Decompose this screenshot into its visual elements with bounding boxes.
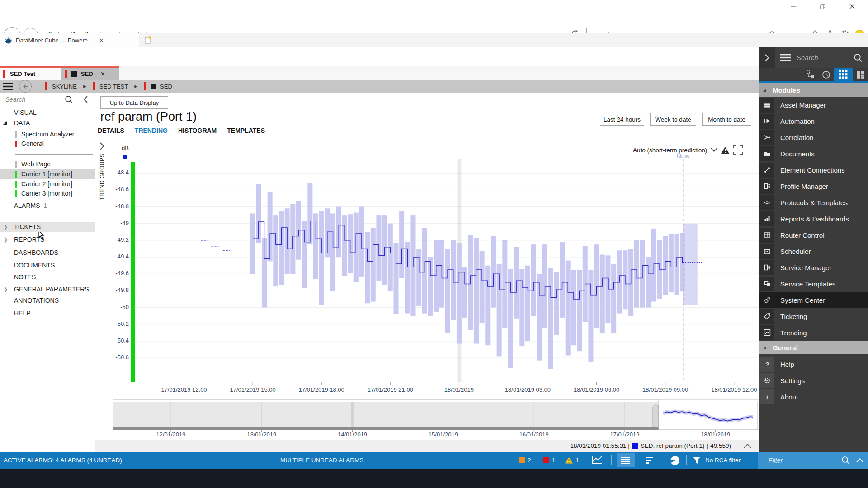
module-item-service-templates[interactable]: Service Templates [760, 276, 868, 292]
sidebar-item-carrier-1-monitor-[interactable]: Carrier 1 [monitor] [0, 169, 95, 179]
close-button[interactable] [842, 0, 863, 13]
chevron-right-icon[interactable]: ❯ [4, 286, 8, 292]
tree-expanded-icon[interactable] [3, 121, 7, 125]
restore-button[interactable] [812, 0, 833, 13]
breadcrumb-chevron-icon[interactable]: ▶ [134, 84, 137, 89]
section-collapse-icon[interactable] [763, 89, 766, 92]
app-tab-sed-test[interactable]: SED Test [0, 68, 61, 80]
alarm-pie-view-button[interactable] [665, 453, 684, 467]
module-item-element-connections[interactable]: Element Connections [760, 162, 868, 178]
breadcrumb-item-skyline[interactable]: SKYLINE [52, 83, 77, 90]
active-alarms-summary[interactable]: ACTIVE ALARMS: 4 ALARMS (4 UNREAD) [4, 452, 122, 469]
modules-search-input[interactable]: Search [797, 54, 854, 61]
sidebar-item-annotations[interactable]: ANNOTATIONS [0, 296, 95, 305]
sidebar-item-notes[interactable]: NOTES [0, 272, 95, 282]
chevron-right-icon[interactable]: ❯ [4, 237, 8, 243]
sidebar-item-carrier-3-monitor-[interactable]: Carrier 3 [monitor] [0, 188, 95, 198]
sidebar-item-visual[interactable]: VISUAL [0, 108, 95, 117]
module-item-settings[interactable]: Settings [760, 372, 868, 389]
chevron-right-icon[interactable]: ❯ [4, 224, 8, 230]
sidebar-item-data[interactable]: DATA [0, 118, 95, 128]
sidebar-item-dashboards[interactable]: DASHBOARDS [0, 248, 95, 258]
range-button-month-to-date[interactable]: Month to date [702, 113, 751, 126]
module-item-help[interactable]: ?Help [760, 356, 868, 372]
alarm-count[interactable]: 1 [543, 452, 556, 469]
module-item-trending[interactable]: Trending [760, 324, 868, 341]
tab-histogram[interactable]: HISTOGRAM [178, 127, 217, 134]
timeline-handle[interactable] [653, 405, 659, 427]
sidebar-collapse-button[interactable] [78, 93, 93, 106]
browser-tab[interactable]: DataMiner Cube --- Powere... ✕ [0, 33, 139, 48]
series-legend-square[interactable] [123, 155, 127, 159]
sidebar-item-reports[interactable]: ❯REPORTS [0, 235, 95, 244]
tab-templates[interactable]: TEMPLATES [227, 127, 265, 134]
module-item-ticketing[interactable]: Ticketing [760, 308, 868, 324]
sidebar-item-general[interactable]: General [0, 139, 95, 149]
rca-filter-icon[interactable] [693, 456, 701, 464]
breadcrumb-back-button[interactable] [19, 80, 32, 93]
tab-close-icon[interactable]: ✕ [99, 37, 104, 44]
sidebar-item-documents[interactable]: DOCUMENTS [0, 260, 95, 270]
section-header-general[interactable]: General [760, 341, 868, 354]
app-tab-close-icon[interactable]: ✕ [100, 70, 105, 77]
layout-view-button[interactable] [853, 68, 868, 81]
fullscreen-icon[interactable] [733, 145, 743, 155]
tab-trending[interactable]: TRENDING [135, 127, 168, 134]
sidebar-search-input[interactable]: Search [2, 93, 77, 106]
module-item-about[interactable]: iAbout [760, 389, 868, 405]
section-collapse-icon[interactable] [763, 346, 766, 349]
minimize-button[interactable] [783, 0, 804, 13]
module-item-profile-manager[interactable]: Profile Manager [760, 178, 868, 194]
up-to-data-display-button[interactable]: Up to Data Display [100, 96, 168, 109]
sidebar-item-tickets[interactable]: ❯TICKETS [0, 222, 95, 232]
sidebar-item-general-parameters[interactable]: ❯GENERAL PARAMETERS [0, 284, 95, 294]
alarm-list-view-button[interactable] [617, 453, 635, 467]
alarm-trend-button[interactable] [591, 455, 603, 466]
module-item-documents[interactable]: Documents [760, 145, 868, 162]
module-item-router-control[interactable]: Router Control [760, 227, 868, 243]
app-tab-sed[interactable]: SED ✕ [61, 68, 119, 80]
chevron-down-icon[interactable] [711, 148, 717, 152]
module-item-protocols-templates[interactable]: <>Protocols & Templates [760, 194, 868, 211]
range-button-week-to-date[interactable]: Week to date [650, 113, 696, 126]
menu-button[interactable] [3, 83, 13, 90]
module-item-scheduler[interactable]: Scheduler [760, 243, 868, 259]
sidebar-item-help[interactable]: HELP [0, 308, 95, 318]
warning-icon[interactable] [721, 147, 729, 154]
sidebar-item-carrier-2-monitor-[interactable]: Carrier 2 [monitor] [0, 179, 95, 189]
module-item-correlation[interactable]: Correlation [760, 129, 868, 145]
section-header-modules[interactable]: Modules [760, 83, 868, 97]
modules-view-button[interactable] [834, 68, 853, 81]
alarm-count[interactable]: 2 [519, 452, 531, 469]
collapse-alarmbar-button[interactable] [856, 458, 863, 463]
unread-alarms-banner[interactable]: MULTIPLE UNREAD ALARMS [280, 452, 363, 469]
menu-button[interactable] [780, 54, 791, 61]
trend-chart[interactable]: 17/01/2019 12:0017/01/2019 15:0017/01/20… [135, 154, 760, 395]
prediction-dropdown[interactable]: Auto (short-term prediction) [633, 147, 707, 154]
module-item-reports-dashboards[interactable]: Reports & Dashboards [760, 211, 868, 227]
tab-details[interactable]: DETAILS [98, 127, 124, 134]
alarm-count[interactable]: 1 [565, 452, 579, 469]
module-item-asset-manager[interactable]: Asset Manager [760, 97, 868, 113]
breadcrumb-chevron-icon[interactable]: ▶ [83, 84, 86, 89]
breadcrumb-item-sed[interactable]: SED [160, 83, 172, 90]
range-button-last-24-hours[interactable]: Last 24 hours [600, 113, 644, 126]
alarm-filter-input[interactable]: Filter [758, 452, 868, 469]
alarm-sort-button[interactable] [641, 453, 659, 467]
history-view-button[interactable] [818, 68, 834, 81]
sidebar-item-alarms[interactable]: ALARMS1 [0, 201, 95, 211]
search-icon[interactable] [841, 456, 850, 465]
sidebar-item-web-page[interactable]: Web Page [0, 159, 95, 169]
surveyor-view-button[interactable] [803, 68, 818, 81]
rca-filter-label[interactable]: No RCA filter [705, 452, 741, 469]
module-item-system-center[interactable]: System Center [760, 292, 868, 308]
timeline-scrubber[interactable] [113, 399, 760, 434]
sidebar-item-spectrum-analyzer[interactable]: Spectrum Analyzer [0, 129, 95, 139]
sidebar-expand-button[interactable] [760, 47, 775, 68]
timeline-selection-window[interactable] [659, 399, 759, 429]
new-tab-button[interactable] [141, 35, 155, 46]
module-item-automation[interactable]: Automation [760, 113, 868, 129]
module-item-service-manager[interactable]: Service Manager [760, 259, 868, 276]
breadcrumb-item-sed-test[interactable]: SED TEST [99, 83, 128, 90]
collapse-status-button[interactable] [744, 444, 751, 448]
